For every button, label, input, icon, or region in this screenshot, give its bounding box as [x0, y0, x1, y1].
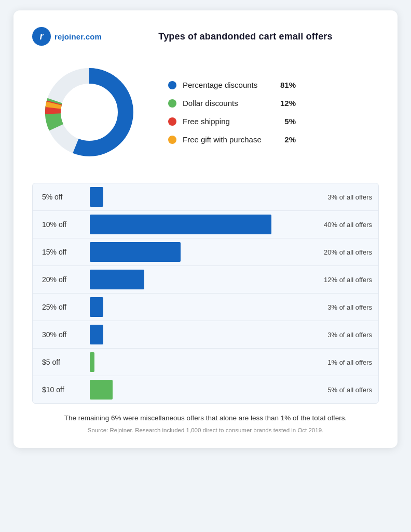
bar-fill — [90, 380, 113, 400]
legend-dot — [168, 99, 176, 108]
bar-track: 40% of all offers — [90, 211, 378, 238]
footnote: The remaining 6% were miscellaneous offe… — [32, 414, 379, 422]
bar-pct: 40% of all offers — [324, 221, 372, 229]
bar-label: $5 off — [33, 358, 90, 366]
donut-svg — [37, 60, 141, 164]
bar-track: 12% of all offers — [90, 266, 378, 293]
bar-fill — [90, 187, 103, 207]
logo: r rejoiner.com — [32, 27, 102, 46]
legend-dot — [168, 117, 176, 126]
legend-value: 2% — [277, 135, 296, 144]
bar-row: $10 off 5% of all offers — [32, 376, 379, 404]
legend-label: Dollar discounts — [183, 99, 271, 108]
legend-value: 12% — [277, 99, 296, 108]
bar-pct: 1% of all offers — [327, 358, 372, 366]
donut-section: Percentage discounts 81% Dollar discount… — [32, 60, 379, 164]
bar-pct: 12% of all offers — [324, 276, 372, 284]
legend-dot — [168, 136, 176, 144]
bar-fill — [90, 270, 144, 289]
legend-label: Free shipping — [183, 117, 271, 126]
chart-title: Types of abandonded cart email offers — [112, 31, 379, 42]
legend-label: Percentage discounts — [183, 81, 271, 89]
bar-pct: 3% of all offers — [327, 303, 372, 311]
logo-text: rejoiner.com — [54, 32, 102, 41]
legend-dot — [168, 81, 176, 89]
source-text: Source: Rejoiner. Research included 1,00… — [32, 427, 379, 433]
bar-fill — [90, 215, 271, 234]
bar-label: 10% off — [33, 220, 90, 229]
legend-label: Free gift with purchase — [183, 135, 271, 144]
bar-row: 20% off 12% of all offers — [32, 265, 379, 294]
bar-fill — [90, 352, 94, 372]
bar-pct: 3% of all offers — [327, 193, 372, 201]
legend-item: Free shipping 5% — [168, 117, 296, 126]
bar-track: 1% of all offers — [90, 349, 378, 376]
bar-label: 5% off — [33, 193, 90, 201]
bar-row: 5% off 3% of all offers — [32, 183, 379, 211]
bar-row: 30% off 3% of all offers — [32, 321, 379, 349]
bar-fill — [90, 297, 103, 317]
bar-label: 30% off — [33, 330, 90, 339]
donut-chart — [37, 60, 141, 164]
bar-pct: 20% of all offers — [324, 248, 372, 256]
bar-pct: 5% of all offers — [327, 386, 372, 394]
bar-track: 5% of all offers — [90, 376, 378, 403]
legend-item: Dollar discounts 12% — [168, 99, 296, 108]
bar-row: 10% off 40% of all offers — [32, 210, 379, 238]
bars-section: 5% off 3% of all offers 10% off 40% of a… — [32, 183, 379, 404]
legend-value: 5% — [277, 117, 296, 126]
bar-label: 20% off — [33, 275, 90, 284]
bar-label: $10 off — [33, 385, 90, 394]
bar-track: 3% of all offers — [90, 294, 378, 321]
legend-value: 81% — [277, 81, 296, 89]
bar-row: 15% off 20% of all offers — [32, 238, 379, 266]
bar-pct: 3% of all offers — [327, 331, 372, 339]
legend: Percentage discounts 81% Dollar discount… — [168, 81, 296, 144]
bar-track: 3% of all offers — [90, 321, 378, 348]
bar-track: 3% of all offers — [90, 183, 378, 210]
bar-row: $5 off 1% of all offers — [32, 348, 379, 376]
legend-item: Free gift with purchase 2% — [168, 135, 296, 144]
main-card: r rejoiner.com Types of abandonded cart … — [13, 10, 398, 448]
bar-label: 25% off — [33, 303, 90, 311]
header: r rejoiner.com Types of abandonded cart … — [32, 27, 379, 46]
bar-track: 20% of all offers — [90, 238, 378, 265]
bar-label: 15% off — [33, 248, 90, 256]
legend-item: Percentage discounts 81% — [168, 81, 296, 89]
bar-fill — [90, 325, 103, 344]
bar-row: 25% off 3% of all offers — [32, 293, 379, 321]
logo-icon: r — [32, 27, 51, 46]
bar-fill — [90, 242, 181, 262]
